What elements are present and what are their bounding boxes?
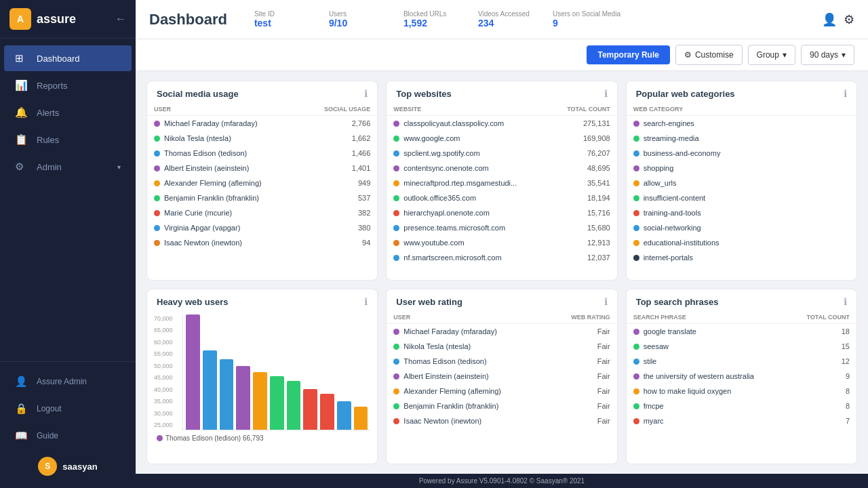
chart-footer-name: Thomas Edison (tedison) [165, 434, 241, 442]
page-title: Dashboard [149, 11, 227, 28]
user-cell: Benjamin Franklin (bfranklin) [147, 190, 301, 205]
chart-bar [253, 372, 267, 430]
sidebar-item-alerts[interactable]: 🔔 Alerts [4, 100, 132, 125]
phrase-dot [633, 329, 639, 335]
category-name: training-and-tools [644, 209, 701, 217]
col-website: WEBSITE [387, 103, 549, 116]
chart-bar [303, 389, 317, 430]
rating-user-cell: Albert Einstein (aeinstein) [387, 369, 547, 384]
top-search-phrases-help-icon[interactable]: ℹ [844, 296, 847, 307]
website-name: nf.smartscreen.microsoft.com [403, 253, 501, 262]
table-row: seesaw 15 [627, 339, 856, 354]
user-name: Benjamin Franklin (bfranklin) [164, 194, 259, 202]
sidebar-item-reports[interactable]: 📊 Reports [4, 73, 132, 98]
chart-bar [287, 381, 301, 430]
table-row: educational-institutions [627, 235, 856, 250]
user-dot [154, 180, 160, 186]
category-name: social-networking [644, 224, 701, 232]
table-row: Marie Curie (mcurie) 382 [147, 205, 377, 220]
y-label: 70,000 [154, 315, 180, 322]
table-row: search-engines [627, 116, 856, 131]
phrase-dot [633, 418, 639, 424]
heavy-web-users-help-icon[interactable]: ℹ [364, 296, 368, 307]
sidebar-item-admin[interactable]: ⚙ Admin ▾ [4, 154, 132, 180]
table-row: fmcpe 8 [627, 399, 856, 413]
user-cell: Thomas Edison (tedison) [147, 146, 301, 161]
category-dot [633, 195, 639, 201]
group-dropdown[interactable]: Group ▾ [748, 45, 795, 65]
social-media-table: USER SOCIAL USAGE Michael Faraday (mfara… [147, 103, 377, 250]
table-row: allow_urls [627, 176, 856, 190]
stat-social: Users on Social Media 9 [553, 10, 620, 28]
main-content: Dashboard Site ID test Users 9/10 Blocke… [136, 0, 868, 488]
social-media-title: Social media usage [157, 89, 239, 99]
table-row: shopping [627, 161, 856, 176]
category-name: insufficient-content [644, 194, 706, 202]
user-circle-icon[interactable]: 👤 [822, 12, 837, 27]
rating-dot [393, 388, 399, 394]
table-row: how to make liquid oxygen 8 [627, 384, 856, 399]
rating-dot [393, 403, 399, 409]
sidebar-bottom: 👤 Assure Admin 🔒 Logout 📖 Guide S saasya… [0, 361, 136, 488]
category-cell: educational-institutions [627, 235, 856, 250]
admin-icon: ⚙ [15, 161, 30, 173]
top-websites-help-icon[interactable]: ℹ [604, 88, 608, 99]
category-cell: search-engines [627, 116, 856, 131]
sidebar-item-assure-admin[interactable]: 👤 Assure Admin [4, 369, 132, 394]
sidebar-collapse-button[interactable]: ← [115, 13, 126, 25]
sidebar-item-guide[interactable]: 📖 Guide [4, 423, 132, 449]
popular-categories-help-icon[interactable]: ℹ [844, 88, 847, 99]
website-cell: presence.teams.microsoft.com [387, 220, 549, 235]
customise-button[interactable]: ⚙ Customise [675, 45, 743, 65]
col-web-rating: WEB RATING [547, 311, 617, 324]
table-row: internet-portals [627, 250, 856, 265]
rating-user-cell: Benjamin Franklin (bfranklin) [387, 399, 547, 413]
rating-value: Fair [547, 339, 617, 354]
stat-blocked-urls: Blocked URLs 1,592 [403, 10, 458, 28]
heavy-web-users-header: Heavy web users ℹ [147, 289, 377, 311]
stat-site-id: Site ID test [254, 10, 309, 28]
sidebar-label-alerts: Alerts [37, 108, 59, 118]
rating-value: Fair [547, 369, 617, 384]
chart-bar [354, 407, 368, 430]
category-dot [633, 150, 639, 157]
user-web-rating-help-icon[interactable]: ℹ [604, 296, 608, 307]
rating-dot [393, 359, 399, 365]
user-name: Michael Faraday (mfaraday) [164, 119, 258, 127]
user-cell: Michael Faraday (mfaraday) [147, 116, 301, 131]
user-icon: 👤 [15, 375, 30, 388]
sidebar-item-logout[interactable]: 🔒 Logout [4, 396, 132, 422]
table-row: hierarchyapl.onenote.com 15,716 [387, 205, 616, 220]
top-search-phrases-card: Top search phrases ℹ SEARCH PHRASE TOTAL… [626, 289, 857, 464]
sidebar-item-rules[interactable]: 📋 Rules [4, 127, 132, 152]
dashboard-grid: Social media usage ℹ USER SOCIAL USAGE M… [136, 71, 868, 474]
count-value: 275,131 [549, 116, 616, 131]
sidebar: A assure ← ⊞ Dashboard 📊 Reports 🔔 Alert… [0, 0, 136, 488]
user-web-rating-header: User web rating ℹ [387, 289, 616, 311]
phrase-dot [633, 359, 639, 365]
phrase-cell: google translate [627, 324, 789, 340]
table-row: Alexander Fleming (afleming) Fair [387, 384, 616, 399]
count-value: 18,194 [549, 190, 616, 205]
user-dot [154, 225, 160, 231]
stat-blocked-label: Blocked URLs [403, 10, 458, 18]
phrase-count: 8 [788, 399, 856, 413]
website-dot [393, 225, 399, 231]
heavy-web-users-title: Heavy web users [157, 297, 229, 307]
table-row: Thomas Edison (tedison) 1,466 [147, 146, 377, 161]
alerts-icon: 🔔 [15, 106, 30, 119]
website-cell: nf.smartscreen.microsoft.com [387, 250, 549, 265]
social-media-help-icon[interactable]: ℹ [364, 88, 368, 99]
days-dropdown[interactable]: 90 days ▾ [801, 45, 854, 65]
website-dot [393, 121, 399, 127]
website-cell: classpolicyaut.classpolicy.com [387, 116, 549, 131]
usage-value: 1,466 [301, 146, 377, 161]
y-label: 65,000 [154, 327, 180, 333]
temporary-rule-button[interactable]: Temporary Rule [587, 45, 669, 64]
count-value: 48,695 [549, 161, 616, 176]
settings-icon[interactable]: ⚙ [844, 12, 854, 27]
social-media-usage-card: Social media usage ℹ USER SOCIAL USAGE M… [146, 81, 378, 281]
sidebar-item-dashboard[interactable]: ⊞ Dashboard [4, 45, 132, 71]
phrase-count: 8 [788, 384, 856, 399]
category-cell: internet-portals [627, 250, 856, 265]
